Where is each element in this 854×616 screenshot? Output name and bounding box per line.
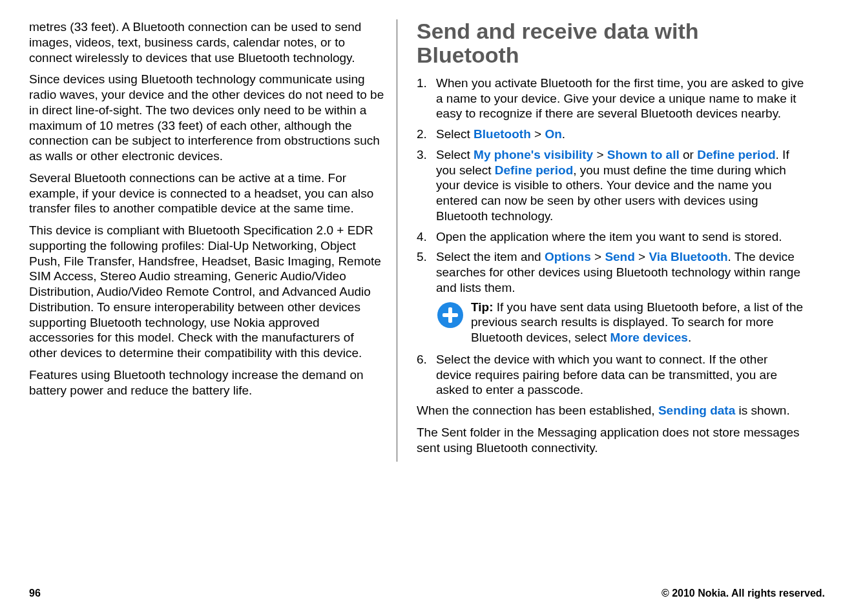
keyword-on: On (545, 127, 561, 141)
step-6: Select the device with which you want to… (417, 352, 804, 398)
text: When the connection has been established… (417, 404, 658, 417)
left-column: metres (33 feet). A Bluetooth connection… (29, 19, 397, 462)
page-body: metres (33 feet). A Bluetooth connection… (0, 0, 854, 462)
keyword-define-period: Define period (697, 148, 775, 161)
step-5: Select the item and Options > Send > Via… (417, 249, 804, 345)
page-number: 96 (29, 588, 41, 599)
text: . (688, 331, 691, 344)
step-2: Select Bluetooth > On. (417, 127, 804, 142)
keyword-bluetooth: Bluetooth (474, 127, 531, 141)
step-3: Select My phone's visibility > Shown to … (417, 147, 804, 224)
svg-rect-2 (443, 313, 458, 317)
paragraph: This device is compliant with Bluetooth … (29, 223, 385, 361)
paragraph: The Sent folder in the Messaging applica… (417, 425, 804, 456)
right-column: Send and receive data with Bluetooth Whe… (397, 19, 817, 462)
step-4: Open the application where the item you … (417, 229, 804, 245)
text: Select (436, 127, 474, 141)
text: > (635, 250, 649, 263)
text: > (593, 148, 607, 161)
paragraph: Several Bluetooth connections can be act… (29, 170, 385, 216)
steps-list: When you activate Bluetooth for the firs… (417, 76, 804, 398)
text: Select (436, 148, 474, 161)
text: Select the item and (436, 250, 545, 263)
copyright-text: © 2010 Nokia. All rights reserved. (661, 588, 825, 599)
keyword-define-period: Define period (495, 163, 573, 177)
text: > (531, 127, 545, 141)
paragraph: Features using Bluetooth technology incr… (29, 367, 385, 398)
paragraph: When the connection has been established… (417, 403, 804, 418)
tip-block: Tip: If you have sent data using Bluetoo… (436, 300, 804, 345)
text: is shown. (735, 404, 789, 417)
text: > (591, 250, 605, 263)
tip-text: Tip: If you have sent data using Bluetoo… (471, 300, 804, 345)
step-1: When you activate Bluetooth for the firs… (417, 76, 804, 121)
page-footer: 96 © 2010 Nokia. All rights reserved. (29, 588, 825, 599)
paragraph: Since devices using Bluetooth technology… (29, 72, 385, 164)
keyword-shown-to-all: Shown to all (607, 148, 680, 161)
keyword-more-devices: More devices (610, 331, 687, 344)
text: or (680, 148, 697, 161)
paragraph: metres (33 feet). A Bluetooth connection… (29, 19, 385, 65)
keyword-via-bluetooth: Via Bluetooth (649, 250, 727, 263)
keyword-sending-data: Sending data (658, 404, 735, 417)
text: . (562, 127, 565, 141)
tip-label: Tip: (471, 300, 497, 314)
keyword-options: Options (545, 250, 591, 263)
keyword-my-phones-visibility: My phone's visibility (474, 148, 593, 161)
section-heading: Send and receive data with Bluetooth (417, 19, 804, 68)
keyword-send: Send (605, 250, 634, 263)
tip-icon (436, 301, 464, 329)
